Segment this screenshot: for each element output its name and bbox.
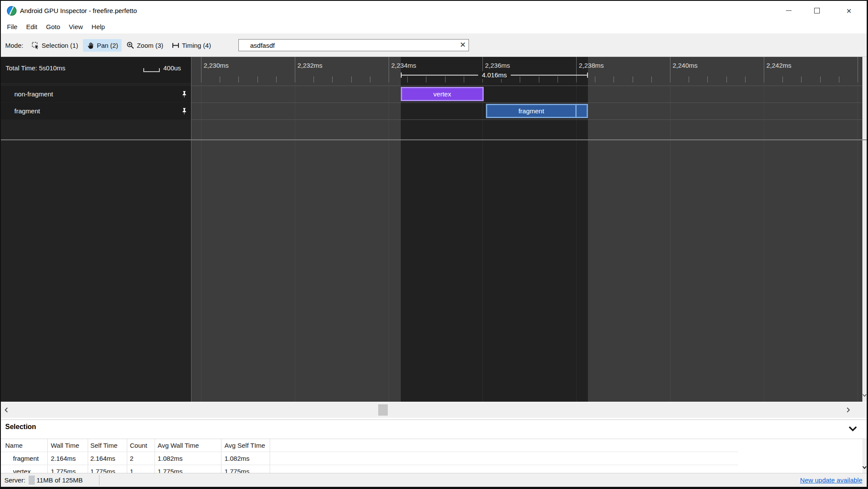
track-row-fragment[interactable]: fragment [0, 103, 191, 119]
timeline-left-panel: Total Time: 5s010ms 400us non-fragmentfr… [0, 57, 191, 402]
selection-panel-title: Selection [5, 423, 36, 431]
mode-button-selection[interactable]: Selection (1) [28, 39, 82, 52]
scale-ruler-icon [143, 68, 160, 72]
table-cell: 1 [127, 465, 155, 473]
ruler-gridline-extension [858, 83, 858, 402]
ruler-gridline [389, 57, 389, 83]
table-row-vertex[interactable]: vertex1.775ms1.775ms11.775ms1.775ms [0, 465, 738, 473]
measurement-end-tick [587, 73, 588, 78]
search-input[interactable] [250, 40, 454, 51]
measurement-value: 4.016ms [478, 71, 511, 79]
scroll-right-icon[interactable] [844, 406, 852, 416]
maximize-button[interactable] [803, 1, 831, 20]
ruler-minor-tick [651, 76, 652, 83]
timeline-horizontal-scrollbar[interactable] [0, 402, 867, 418]
table-cell: 1.082ms [221, 452, 270, 465]
selection-icon [31, 41, 40, 50]
mode-button-label: Selection (1) [42, 42, 78, 49]
update-available-link[interactable]: New update available [800, 473, 862, 487]
selection-panel: Selection NameWall TimeSelf TimeCountAvg… [0, 418, 867, 473]
minimize-button[interactable] [775, 1, 802, 20]
pin-icon[interactable] [181, 107, 188, 117]
ruler-minor-tick [220, 76, 220, 83]
scrollbar-thumb[interactable] [378, 404, 388, 416]
timeline-header-panel: Total Time: 5s010ms 400us [0, 57, 191, 83]
ruler-minor-tick [614, 76, 614, 83]
statusbar-separator [99, 475, 99, 486]
selection-table: NameWall TimeSelf TimeCountAvg Wall Time… [0, 439, 738, 473]
measurement-start-tick [401, 73, 402, 78]
track-row-non-fragment[interactable]: non-fragment [0, 86, 191, 102]
column-header[interactable]: Name [0, 439, 48, 452]
menu-item-help[interactable]: Help [87, 21, 109, 33]
search-clear-icon[interactable]: ✕ [460, 40, 466, 50]
scroll-left-icon[interactable] [3, 406, 10, 416]
menu-item-view[interactable]: View [65, 21, 87, 33]
table-cell: 1.082ms [155, 452, 221, 465]
header-divider [0, 139, 867, 140]
ruler-minor-tick [276, 76, 277, 83]
table-vertical-scrollbar[interactable] [862, 439, 867, 473]
table-cell: 1.775ms [221, 465, 270, 473]
column-header[interactable]: Count [127, 439, 155, 452]
ruler-minor-tick [726, 76, 727, 83]
event-label: fragment [518, 107, 555, 115]
pan-icon [86, 41, 95, 50]
ruler-minor-tick [707, 76, 708, 83]
mode-button-pan[interactable]: Pan (2) [83, 39, 122, 52]
ruler-time-label: 2,242ms [766, 62, 792, 69]
column-header[interactable]: Self Time [88, 439, 127, 452]
mode-button-zoom[interactable]: Zoom (3) [123, 39, 167, 52]
ruler-time-label: 2,240ms [673, 62, 698, 69]
menu-item-file[interactable]: File [3, 21, 22, 33]
mode-button-group: Mode: Selection (1)Pan (2)Zoom (3)Timing… [5, 37, 216, 53]
track-separator [191, 102, 862, 103]
app-window: Android GPU Inspector - freefire.perfett… [0, 0, 868, 489]
event-block-fragment[interactable]: fragment [486, 104, 588, 118]
table-cell: 2.164ms [48, 452, 88, 465]
event-block-vertex[interactable]: vertex [401, 87, 484, 101]
ruler-gridline-extension [670, 83, 670, 402]
ruler-minor-tick [257, 76, 258, 83]
ruler-gridline [764, 57, 764, 83]
ruler-minor-tick [238, 76, 239, 83]
column-header[interactable]: Avg Self TIme [221, 439, 270, 452]
memory-usage-text: 11MB of 125MB [36, 473, 83, 487]
search-box: ✕ [238, 39, 469, 51]
ruler-gridline-extension [764, 83, 764, 402]
timeline-canvas[interactable]: 2,230ms2,232ms2,234ms2,236ms2,238ms2,240… [191, 57, 862, 402]
track-separator [191, 86, 862, 86]
column-header[interactable]: Wall Time [48, 439, 88, 452]
column-header[interactable]: Avg Wall Time [155, 439, 221, 452]
ruler-gridline [295, 57, 295, 83]
panel-divider [0, 420, 867, 420]
ruler-gridline [858, 57, 858, 83]
chevron-down-icon[interactable] [847, 424, 859, 435]
table-row-fragment[interactable]: fragment2.164ms2.164ms21.082ms1.082ms [0, 452, 738, 465]
ruler-time-label: 2,234ms [391, 62, 416, 69]
track-name: fragment [14, 103, 40, 119]
menu-item-goto[interactable]: Goto [42, 21, 65, 33]
timeline-vertical-scrollbar[interactable] [862, 57, 867, 402]
pin-icon[interactable] [181, 90, 188, 100]
ruler-time-label: 2,230ms [204, 62, 229, 69]
event-label: vertex [433, 90, 451, 98]
close-icon: × [846, 7, 851, 15]
window-border [0, 487, 868, 489]
table-cell: 2.164ms [88, 452, 127, 465]
server-label: Server: [4, 473, 25, 487]
menu-item-edit[interactable]: Edit [22, 21, 42, 33]
zoom-icon [126, 41, 135, 50]
ruler-gridline [201, 57, 201, 83]
ruler-minor-tick [782, 76, 783, 83]
ruler-minor-tick [745, 76, 746, 83]
ruler-time-label: 2,238ms [579, 62, 604, 69]
mode-button-timing[interactable]: Timing (4) [168, 39, 215, 52]
window-border [0, 0, 868, 1]
event-segment-divider [575, 105, 577, 117]
track-separator [191, 119, 862, 120]
maximize-icon [814, 8, 820, 13]
ruler-gridline [576, 57, 577, 83]
close-button[interactable]: × [831, 1, 867, 20]
ruler-time-label: 2,236ms [485, 62, 510, 69]
